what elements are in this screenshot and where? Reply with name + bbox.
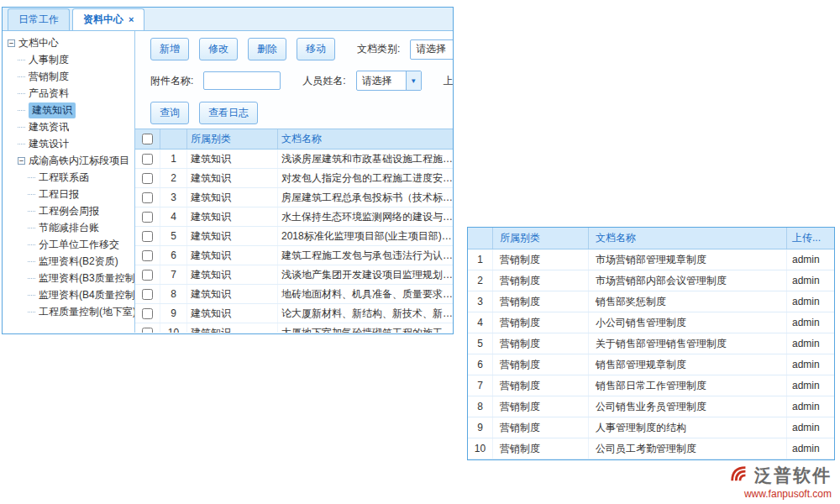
row-category: 营销制度: [493, 312, 589, 333]
row-category: 营销制度: [493, 354, 589, 375]
doc-category-select[interactable]: 请选择 ▼: [410, 39, 453, 60]
table-header-row: 所属别类 文档名称: [135, 129, 453, 150]
row-number: 10: [468, 438, 493, 459]
tree-line-icon: [18, 93, 25, 94]
view-log-button[interactable]: 查看日志: [199, 102, 258, 124]
col-uploader: 上传...: [787, 231, 834, 245]
tree-item[interactable]: 监理资料(B4质量控制): [3, 286, 134, 303]
table-row[interactable]: 8 建筑知识 地砖地面材料、机具准备、质量要求及...: [135, 285, 453, 304]
tree-item[interactable]: 分工单位工作移交: [3, 236, 134, 253]
table-row[interactable]: 2 建筑知识 对发包人指定分包的工程施工进度安排...: [135, 169, 453, 188]
row-category: 营销制度: [493, 375, 589, 396]
tree-label: 节能减排台账: [39, 221, 99, 235]
row-checkbox[interactable]: [142, 289, 153, 300]
tree-line-icon: [28, 312, 35, 312]
tree-item[interactable]: 营销制度: [3, 68, 134, 85]
tab-daily-work[interactable]: 日常工作: [8, 8, 70, 30]
table-row[interactable]: 3 建筑知识 房屋建筑工程总承包投标书（技术标）...: [135, 188, 453, 207]
row-uploader: admin: [787, 296, 834, 307]
tree-label: 工程联系函: [39, 171, 89, 185]
tree-item[interactable]: 工程联系函: [3, 169, 134, 186]
modify-button[interactable]: 修改: [199, 38, 238, 60]
table-row[interactable]: 4 建筑知识 水土保持生态环境监测网络的建设与资...: [135, 207, 453, 227]
tree-item[interactable]: 工程例会周报: [3, 202, 134, 219]
row-docname: 公司员工考勤管理制度: [589, 438, 787, 459]
tree-item[interactable]: 工程质量控制(地下室): [3, 303, 134, 320]
tree-item[interactable]: 节能减排台账: [3, 219, 134, 236]
row-number: 5: [160, 227, 187, 245]
add-button[interactable]: 新增: [150, 38, 189, 60]
move-button[interactable]: 移动: [297, 38, 335, 60]
table-row[interactable]: 6 营销制度 销售部管理规章制度 admin: [468, 354, 834, 375]
delete-button[interactable]: 删除: [248, 38, 286, 60]
tree-item[interactable]: 工程日报: [3, 186, 134, 202]
table-row[interactable]: 9 建筑知识 论大厦新材料、新结构、新技术、新工...: [135, 304, 453, 323]
row-number: 10: [160, 323, 187, 333]
row-checkbox[interactable]: [142, 154, 153, 165]
row-checkbox[interactable]: [142, 192, 153, 203]
row-checkbox[interactable]: [142, 212, 153, 223]
close-icon[interactable]: ×: [129, 15, 134, 24]
collapse-icon[interactable]: −: [18, 157, 25, 165]
select-value: 请选择: [357, 74, 406, 88]
row-number: 6: [468, 354, 493, 375]
row-uploader: admin: [787, 422, 834, 433]
tree-item-root[interactable]: − 文档中心: [3, 34, 134, 51]
tree-item[interactable]: 建筑资讯: [3, 118, 134, 135]
table-row[interactable]: 5 营销制度 关于销售部管理销售管理制度 admin: [468, 333, 834, 354]
table-row[interactable]: 7 营销制度 销售部日常工作管理制度 admin: [468, 375, 834, 396]
table-row[interactable]: 10 营销制度 公司员工考勤管理制度 admin: [468, 438, 834, 459]
tree-item[interactable]: 产品资料: [3, 85, 134, 102]
row-category: 建筑知识: [187, 207, 278, 226]
table-row[interactable]: 1 营销制度 市场营销部管理规章制度 admin: [468, 249, 834, 270]
table-row[interactable]: 9 营销制度 人事管理制度的结构 admin: [468, 417, 834, 438]
tree-label: 建筑知识: [29, 102, 76, 118]
select-all-checkbox[interactable]: [142, 134, 153, 144]
row-checkbox[interactable]: [142, 250, 153, 261]
tree-item[interactable]: 人事制度: [3, 51, 134, 68]
attachment-name-input[interactable]: [203, 71, 281, 90]
row-checkbox[interactable]: [142, 328, 153, 333]
tree-item[interactable]: 监理资料(B2资质): [3, 253, 134, 270]
tree-label: 工程质量控制(地下室): [39, 305, 134, 319]
row-number: 2: [468, 270, 493, 291]
row-number: 8: [160, 285, 187, 303]
tree-item[interactable]: 监理资料(B3质量控制): [3, 270, 134, 286]
person-name-select[interactable]: 请选择 ▼: [356, 71, 422, 91]
row-category: 建筑知识: [187, 265, 278, 284]
table-row[interactable]: 3 营销制度 销售部奖惩制度 admin: [468, 291, 834, 312]
row-checkbox[interactable]: [142, 231, 153, 242]
logo-url: www.fanpusoft.com: [728, 488, 832, 500]
table-row[interactable]: 2 营销制度 市场营销部内部会议管理制度 admin: [468, 270, 834, 291]
row-checkbox[interactable]: [142, 308, 153, 319]
row-uploader: admin: [787, 380, 834, 391]
row-docname: 销售部日常工作管理制度: [589, 375, 787, 396]
tree-label: 监理资料(B2资质): [39, 255, 118, 269]
table-row[interactable]: 4 营销制度 小公司销售管理制度 admin: [468, 312, 834, 333]
table-row[interactable]: 8 营销制度 公司销售业务员管理制度 admin: [468, 396, 834, 417]
row-docname: 大厦地下室加气砼墙砌筑工程的施工方...: [278, 326, 453, 333]
table-row[interactable]: 5 建筑知识 2018标准化监理项目部(业主项目部)人员...: [135, 227, 453, 246]
table-row[interactable]: 1 建筑知识 浅谈房屋建筑和市政基础设施工程施工...: [135, 150, 453, 169]
documents-table: 所属别类 文档名称 1 建筑知识 浅谈房屋建筑和市政基础设施工程施工... 2 …: [135, 129, 453, 333]
table-row[interactable]: 10 建筑知识 大厦地下室加气砼墙砌筑工程的施工方...: [135, 323, 453, 333]
row-uploader: admin: [787, 401, 834, 412]
row-checkbox[interactable]: [142, 270, 153, 281]
tree-line-icon: [18, 60, 25, 60]
collapse-icon[interactable]: −: [8, 39, 15, 47]
tab-data-center[interactable]: 资料中心 ×: [72, 8, 144, 30]
row-docname: 小公司销售管理制度: [589, 312, 787, 333]
tree-item[interactable]: 建筑设计: [3, 135, 134, 152]
row-category: 营销制度: [493, 270, 589, 291]
row-docname: 市场营销部管理规章制度: [589, 249, 787, 270]
table-row[interactable]: 7 建筑知识 浅谈地产集团开发建设项目监理规划编...: [135, 265, 453, 285]
row-uploader: admin: [787, 338, 834, 349]
query-button[interactable]: 查询: [150, 102, 189, 124]
tree-item-project[interactable]: − 成渝高铁内江标段项目: [3, 152, 134, 169]
row-category: 营销制度: [493, 291, 589, 312]
tree-item-selected[interactable]: 建筑知识: [3, 102, 134, 118]
tree-label: 营销制度: [29, 70, 69, 84]
table-row[interactable]: 6 建筑知识 建筑工程施工发包与承包违法行为认定...: [135, 246, 453, 265]
row-docname: 论大厦新材料、新结构、新技术、新工...: [278, 307, 453, 321]
row-checkbox[interactable]: [142, 173, 153, 184]
